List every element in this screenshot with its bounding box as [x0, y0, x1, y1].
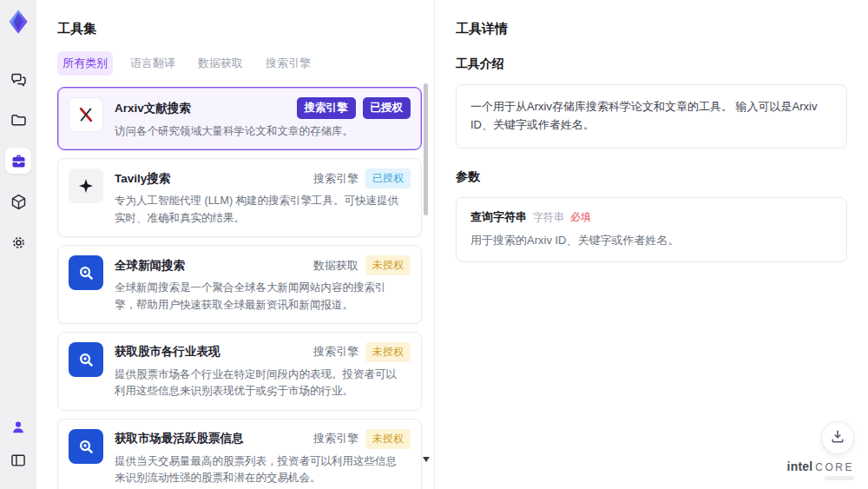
folder-icon[interactable] — [5, 107, 31, 133]
param-name: 查询字符串 — [470, 209, 527, 225]
tool-category-badge: 搜索引擎 — [313, 171, 358, 187]
main-area: 工具集 所有类别语言翻译数据获取搜索引擎 Arxiv文献搜索 搜索引擎 已授权 … — [36, 0, 868, 489]
param-required-badge: 必填 — [570, 210, 591, 225]
tool-name: 全球新闻搜索 — [115, 258, 185, 274]
intro-heading: 工具介绍 — [456, 56, 847, 72]
tool-category-badge: 搜索引擎 — [297, 97, 356, 119]
search-blue-icon — [69, 342, 103, 377]
tool-description: 专为人工智能代理 (LLM) 构建的搜索引擎工具。可快速提供实时、准确和真实的结… — [115, 193, 405, 227]
toolset-tab[interactable]: 语言翻译 — [125, 51, 181, 76]
tool-status-badge: 已授权 — [363, 97, 411, 119]
toolset-pane: 工具集 所有类别语言翻译数据获取搜索引擎 Arxiv文献搜索 搜索引擎 已授权 … — [36, 0, 434, 489]
toolset-tab[interactable]: 所有类别 — [57, 51, 113, 76]
tool-status-badge: 未授权 — [365, 255, 411, 275]
search-blue-icon — [69, 429, 103, 464]
tool-card[interactable]: Tavily搜索 搜索引擎 已授权 专为人工智能代理 (LLM) 构建的搜索引擎… — [57, 158, 422, 237]
user-avatar-icon[interactable] — [5, 414, 31, 440]
tool-description: 提供股票市场各个行业在特定时间段内的表现。投资者可以利用这些信息来识别表现优于或… — [115, 367, 405, 400]
intro-text-box: 一个用于从Arxiv存储库搜索科学论文和文章的工具。 输入可以是Arxiv ID… — [456, 84, 847, 149]
tool-card[interactable]: 获取股市各行业表现 搜索引擎 未授权 提供股票市场各个行业在特定时间段内的表现。… — [57, 332, 422, 411]
brand-primary: intel — [787, 460, 813, 472]
tool-description: 全球新闻搜索是一个聚合全球各大新闻网站内容的搜索引擎，帮助用户快速获取全球最新资… — [115, 280, 405, 314]
download-icon — [829, 428, 846, 448]
settings-gear-icon[interactable] — [5, 229, 31, 255]
tool-name: 获取市场最活跃股票信息 — [115, 431, 244, 446]
param-desc: 用于搜索的Arxiv ID、关键字或作者姓名。 — [470, 233, 832, 248]
tool-list: Arxiv文献搜索 搜索引擎 已授权 访问各个研究领域大量科学论文和文章的存储库… — [57, 87, 422, 489]
toolbox-icon[interactable] — [5, 148, 31, 174]
search-blue-icon — [69, 255, 103, 290]
icon-rail — [0, 0, 36, 489]
tool-description: 访问各个研究领域大量科学论文和文章的存储库。 — [115, 123, 405, 140]
app-window: 工具集 所有类别语言翻译数据获取搜索引擎 Arxiv文献搜索 搜索引擎 已授权 … — [0, 0, 868, 489]
scrollbar-thumb[interactable] — [424, 83, 428, 215]
toolset-title: 工具集 — [57, 21, 422, 37]
toolset-tabs: 所有类别语言翻译数据获取搜索引擎 — [57, 51, 422, 76]
brand-watermark — [825, 476, 854, 480]
tool-name: Arxiv文献搜索 — [115, 101, 191, 116]
intel-core-logo: intel CORE — [787, 460, 854, 480]
param-head: 查询字符串 字符串 必填 — [470, 209, 832, 225]
tool-status-badge: 未授权 — [365, 342, 411, 362]
arxiv-icon — [69, 97, 103, 132]
sparkle-icon — [69, 169, 103, 203]
tool-card[interactable]: 全球新闻搜索 数据获取 未授权 全球新闻搜索是一个聚合全球各大新闻网站内容的搜索… — [57, 245, 422, 324]
scrollbar[interactable] — [423, 63, 430, 464]
brand-secondary: CORE — [815, 462, 854, 472]
app-logo-gem-icon — [4, 7, 32, 36]
tool-detail-pane: 工具详情 工具介绍 一个用于从Arxiv存储库搜索科学论文和文章的工具。 输入可… — [434, 0, 868, 489]
tool-card[interactable]: 获取市场最活跃股票信息 搜索引擎 未授权 提供当天交易量最高的股票列表，投资者可… — [57, 419, 422, 489]
tool-status-badge: 未授权 — [365, 429, 411, 449]
tool-description: 提供当天交易量最高的股票列表，投资者可以利用这些信息来识别流动性强的股票和潜在的… — [115, 453, 405, 487]
param-box: 查询字符串 字符串 必填 用于搜索的Arxiv ID、关键字或作者姓名。 — [456, 197, 847, 262]
chat-icon[interactable] — [5, 66, 31, 92]
tool-name: 获取股市各行业表现 — [115, 344, 220, 360]
tool-category-badge: 搜索引擎 — [313, 344, 358, 360]
tool-status-badge: 已授权 — [365, 169, 411, 188]
download-button[interactable] — [821, 421, 854, 454]
toolset-tab[interactable]: 数据获取 — [193, 51, 248, 76]
param-type: 字符串 — [533, 210, 564, 225]
collapse-panel-icon[interactable] — [5, 447, 31, 473]
tool-name: Tavily搜索 — [115, 171, 170, 187]
tool-category-badge: 搜索引擎 — [313, 431, 358, 446]
scroll-down-arrow-icon[interactable] — [423, 457, 430, 462]
params-heading: 参数 — [456, 169, 847, 185]
tool-card[interactable]: Arxiv文献搜索 搜索引擎 已授权 访问各个研究领域大量科学论文和文章的存储库… — [57, 87, 422, 150]
detail-title: 工具详情 — [456, 21, 847, 37]
package-icon[interactable] — [5, 188, 31, 215]
tool-category-badge: 数据获取 — [313, 258, 358, 274]
toolset-tab[interactable]: 搜索引擎 — [260, 51, 316, 76]
